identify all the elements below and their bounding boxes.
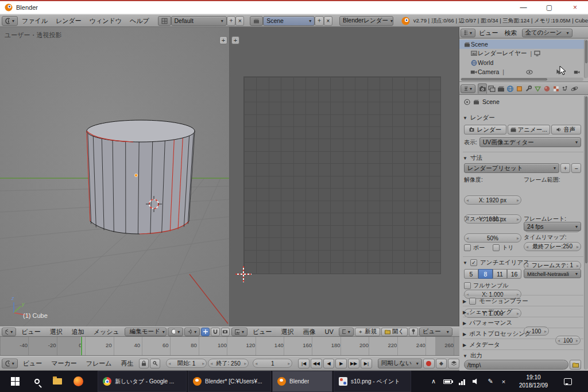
timeline-ruler[interactable]: -40-200204060801001201401601802002202402… xyxy=(0,337,459,356)
render-display-select[interactable]: UV画像エディター ▾ xyxy=(479,137,581,147)
output-path-field[interactable]: /tmp\ xyxy=(464,360,568,370)
next-keyframe-button[interactable]: ▶▶ xyxy=(348,359,359,368)
uv-image-canvas[interactable] xyxy=(243,76,441,274)
taskbar-clock[interactable]: 19:10 2018/12/09 xyxy=(513,374,554,389)
outliner-row-scene[interactable]: Scene xyxy=(459,40,585,49)
antialiasing-checkbox[interactable]: ✓ xyxy=(470,259,477,266)
motion-blur-checkbox[interactable] xyxy=(469,298,476,305)
taskbar-app-blender-active[interactable]: Blender xyxy=(272,371,332,392)
screen-layout-icon[interactable] xyxy=(158,16,171,26)
action-center-button[interactable] xyxy=(562,371,574,392)
preset-add-button[interactable]: ＋ xyxy=(560,163,570,173)
maximize-button[interactable]: ▢ xyxy=(536,1,562,14)
render-engine-select[interactable]: Blenderレンダー ▾ xyxy=(339,16,393,26)
lock-icon[interactable] xyxy=(139,359,149,368)
render-still-button[interactable]: レンダー xyxy=(464,125,506,134)
tab-scene[interactable] xyxy=(496,83,505,94)
menu-render[interactable]: レンダー xyxy=(52,17,86,25)
v3d-menu-add[interactable]: 追加 xyxy=(68,328,88,336)
stepper-decrement-icon[interactable]: ◂ xyxy=(255,361,257,366)
render-opengl-button[interactable] xyxy=(221,328,230,336)
tray-hidden-icons-chevron[interactable]: ∧ xyxy=(427,371,440,392)
menu-file[interactable]: ファイル xyxy=(18,17,52,25)
frame-rate-select[interactable]: 24 fps ▾ xyxy=(524,222,581,231)
mode-select[interactable]: 編集モード ▾ xyxy=(125,328,167,336)
current-frame-marker[interactable] xyxy=(81,337,82,356)
stepper-increment-icon[interactable]: ▸ xyxy=(288,361,290,366)
panel-header-metadata[interactable]: ▶ メタデータ xyxy=(463,339,583,349)
border-checkbox[interactable] xyxy=(464,244,471,251)
menu-help[interactable]: ヘルプ xyxy=(126,17,153,25)
editor-type-timeline-icon[interactable]: ▾ xyxy=(2,359,18,368)
panel-header-dimensions[interactable]: ▼ 寸法 xyxy=(463,152,583,162)
jump-to-start-button[interactable]: |◀ xyxy=(298,359,310,368)
tab-particles[interactable] xyxy=(560,83,570,94)
delete-layout-button[interactable]: × xyxy=(235,16,244,26)
firefox-button[interactable] xyxy=(69,371,87,392)
aa-samples-11-button[interactable]: 11 xyxy=(493,269,507,279)
tab-modifiers[interactable] xyxy=(524,83,533,94)
editor-type-properties-icon[interactable]: ▾ xyxy=(461,84,475,93)
tab-world[interactable] xyxy=(505,83,514,94)
ime-close-icon[interactable]: × xyxy=(497,371,510,392)
panel-header-motion-blur[interactable]: ▶ モーションブラー xyxy=(463,295,583,305)
pin-icon[interactable] xyxy=(409,328,418,336)
properties-vertical-scrollbar[interactable] xyxy=(584,95,588,370)
monitor-icon[interactable] xyxy=(534,51,540,56)
stepper-increment-icon[interactable]: ▸ xyxy=(244,361,246,366)
panel-header-output[interactable]: ▼ 出力 xyxy=(463,349,583,360)
tab-material[interactable] xyxy=(542,83,551,94)
v3d-menu-mesh[interactable]: メッシュ xyxy=(90,328,123,336)
current-frame-field[interactable]: ◂ 1 ▸ xyxy=(253,359,292,368)
outliner-vertical-scrollbar[interactable] xyxy=(584,39,588,78)
visibility-eye-icon[interactable] xyxy=(526,70,533,75)
panel-header-shading[interactable]: ▶ シェーディング xyxy=(463,306,583,316)
taskbar-app-paint[interactable]: s10.png - ペイント xyxy=(334,371,411,392)
pin-id-icon[interactable] xyxy=(464,99,470,105)
start-button[interactable] xyxy=(5,371,25,392)
minimize-button[interactable]: — xyxy=(510,1,536,14)
battery-icon[interactable] xyxy=(441,371,454,392)
stepper-decrement-icon[interactable]: ◂ xyxy=(168,361,171,366)
stepper-increment-icon[interactable]: ▸ xyxy=(517,217,519,222)
tl-menu-playback[interactable]: 再生 xyxy=(117,359,138,368)
play-button[interactable]: ▶ xyxy=(335,359,347,368)
stepper-increment-icon[interactable]: ▸ xyxy=(517,198,519,203)
snap-magnet-button[interactable] xyxy=(211,328,219,336)
render-preset-select[interactable]: レンダープリセット ▾ xyxy=(464,163,559,173)
uv-pivot-select[interactable]: ビュー ▾ xyxy=(419,328,452,336)
editor-type-outliner-icon[interactable]: ▾ xyxy=(461,29,475,37)
outliner-row-render-layers[interactable]: レンダーレイヤー | xyxy=(459,49,585,58)
uv-menu-image[interactable]: 画像 xyxy=(299,328,320,336)
tl-menu-marker[interactable]: マーカー xyxy=(47,359,81,368)
viewport-3d[interactable]: x y z ユーザー・透視投影 (1) Cube + xyxy=(0,27,230,326)
taskbar-app-blender-file[interactable]: Blender* [C:¥Users¥... xyxy=(188,371,271,392)
aa-filter-select[interactable]: Mitchell-Netravali ▾ xyxy=(524,269,581,278)
uv-menu-view[interactable]: ビュー xyxy=(249,328,276,336)
search-button[interactable] xyxy=(28,371,46,392)
autokey-mode-icon[interactable]: ◆ xyxy=(436,359,447,368)
resolution-percent-field[interactable]: ◂ 50% ▸ xyxy=(464,233,521,243)
file-browse-folder-icon[interactable] xyxy=(570,360,581,370)
outliner-menu-search[interactable]: 検索 xyxy=(502,29,520,37)
panel-header-antialiasing[interactable]: ▼ ✓ アンチエイリアス xyxy=(463,256,583,267)
prev-keyframe-button[interactable]: ◀◀ xyxy=(311,359,322,368)
uv-menu-uv[interactable]: UV xyxy=(321,328,338,335)
region-expand-plus-icon[interactable]: + xyxy=(231,36,239,44)
region-expand-plus-icon[interactable]: + xyxy=(219,36,227,44)
editor-type-3d-icon[interactable]: ▾ xyxy=(2,328,16,336)
pen-input-icon[interactable]: ✎ xyxy=(484,371,497,392)
panel-header-performance[interactable]: ▶ パフォーマンス xyxy=(463,317,583,327)
resolution-x-field[interactable]: ◂ X: 1920 px ▸ xyxy=(464,195,521,205)
network-signal-icon[interactable] xyxy=(455,371,468,392)
stepper-decrement-icon[interactable]: ◂ xyxy=(466,236,469,241)
add-scene-button[interactable]: ＋ xyxy=(315,16,323,26)
stepper-decrement-icon[interactable]: ◂ xyxy=(526,244,528,249)
outliner-menu-view[interactable]: ビュー xyxy=(476,29,501,37)
tab-render-layers[interactable] xyxy=(487,83,496,94)
screen-layout-select[interactable]: Default ▾ xyxy=(171,16,227,26)
sync-mode-select[interactable]: 同期しない ▾ xyxy=(378,359,422,368)
jump-to-end-button[interactable]: ▶| xyxy=(361,359,372,368)
full-sample-checkbox[interactable] xyxy=(464,282,471,289)
tab-physics[interactable] xyxy=(570,83,579,94)
